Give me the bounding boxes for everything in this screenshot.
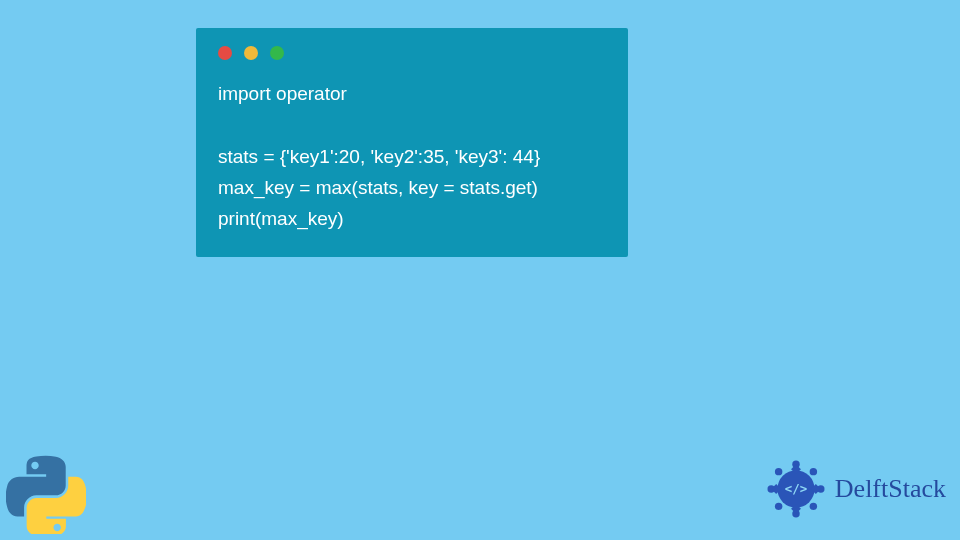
close-icon — [218, 46, 232, 60]
code-line: print(max_key) — [218, 208, 344, 229]
maximize-icon — [270, 46, 284, 60]
svg-point-2 — [809, 468, 816, 475]
code-line: import operator — [218, 83, 347, 104]
svg-point-4 — [809, 503, 816, 510]
window-controls — [218, 46, 606, 60]
code-line: stats = {'key1':20, 'key2':35, 'key3': 4… — [218, 146, 540, 167]
delftstack-logo-icon: </> — [765, 458, 827, 520]
svg-text:</>: </> — [785, 481, 807, 496]
code-block: import operator stats = {'key1':20, 'key… — [218, 78, 606, 235]
code-snippet-card: import operator stats = {'key1':20, 'key… — [196, 28, 628, 257]
minimize-icon — [244, 46, 258, 60]
code-line: max_key = max(stats, key = stats.get) — [218, 177, 538, 198]
brand-name: DelftStack — [835, 474, 946, 504]
svg-point-8 — [775, 468, 782, 475]
svg-point-6 — [775, 503, 782, 510]
brand-footer: </> DelftStack — [765, 458, 946, 520]
python-logo-icon — [6, 454, 86, 534]
